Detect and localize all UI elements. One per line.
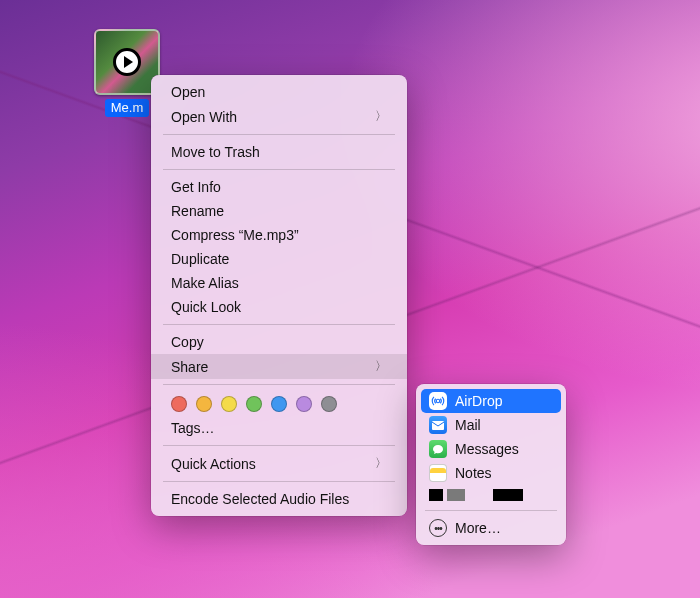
menu-trash-label: Move to Trash — [171, 144, 260, 160]
share-submenu: AirDrop Mail Messages Notes ••• More… — [416, 384, 566, 545]
mail-icon — [429, 416, 447, 434]
menu-open-label: Open — [171, 84, 205, 100]
context-menu: Open Open With〉 Move to Trash Get Info R… — [151, 75, 407, 516]
chevron-right-icon: 〉 — [375, 358, 387, 375]
menu-share[interactable]: Share〉 — [151, 354, 407, 379]
tag-dot-blue[interactable] — [271, 396, 287, 412]
tag-color-row — [151, 390, 407, 416]
tag-dot-red[interactable] — [171, 396, 187, 412]
menu-share-label: Share — [171, 359, 208, 375]
tag-dot-purple[interactable] — [296, 396, 312, 412]
menu-separator — [163, 134, 395, 135]
tag-dot-green[interactable] — [246, 396, 262, 412]
ellipsis-icon: ••• — [429, 519, 447, 537]
airdrop-icon — [429, 392, 447, 410]
svg-point-0 — [436, 399, 440, 403]
submenu-separator — [425, 510, 557, 511]
menu-rename[interactable]: Rename — [151, 199, 407, 223]
tag-dot-gray[interactable] — [321, 396, 337, 412]
messages-icon — [429, 440, 447, 458]
menu-separator — [163, 384, 395, 385]
menu-tags-label: Tags… — [171, 420, 215, 436]
share-more-label: More… — [455, 520, 501, 536]
menu-separator — [163, 324, 395, 325]
chevron-right-icon: 〉 — [375, 455, 387, 472]
menu-quick-look-label: Quick Look — [171, 299, 241, 315]
menu-trash[interactable]: Move to Trash — [151, 140, 407, 164]
menu-quick-actions-label: Quick Actions — [171, 456, 256, 472]
share-messages[interactable]: Messages — [421, 437, 561, 461]
menu-compress[interactable]: Compress “Me.mp3” — [151, 223, 407, 247]
menu-duplicate[interactable]: Duplicate — [151, 247, 407, 271]
menu-make-alias-label: Make Alias — [171, 275, 239, 291]
menu-quick-look[interactable]: Quick Look — [151, 295, 407, 319]
menu-tags[interactable]: Tags… — [151, 416, 407, 440]
menu-copy[interactable]: Copy — [151, 330, 407, 354]
share-messages-label: Messages — [455, 441, 519, 457]
share-more[interactable]: ••• More… — [421, 516, 561, 540]
share-redacted-item[interactable] — [421, 485, 561, 505]
menu-quick-actions[interactable]: Quick Actions〉 — [151, 451, 407, 476]
menu-copy-label: Copy — [171, 334, 204, 350]
share-notes[interactable]: Notes — [421, 461, 561, 485]
menu-encode[interactable]: Encode Selected Audio Files — [151, 487, 407, 511]
file-label: Me.m — [105, 99, 150, 117]
menu-compress-label: Compress “Me.mp3” — [171, 227, 299, 243]
share-airdrop[interactable]: AirDrop — [421, 389, 561, 413]
menu-separator — [163, 445, 395, 446]
menu-open-with[interactable]: Open With〉 — [151, 104, 407, 129]
menu-rename-label: Rename — [171, 203, 224, 219]
menu-encode-label: Encode Selected Audio Files — [171, 491, 349, 507]
play-icon — [113, 48, 141, 76]
menu-open-with-label: Open With — [171, 109, 237, 125]
tag-dot-orange[interactable] — [196, 396, 212, 412]
chevron-right-icon: 〉 — [375, 108, 387, 125]
menu-get-info-label: Get Info — [171, 179, 221, 195]
notes-icon — [429, 464, 447, 482]
menu-separator — [163, 481, 395, 482]
menu-open[interactable]: Open — [151, 80, 407, 104]
share-mail-label: Mail — [455, 417, 481, 433]
share-airdrop-label: AirDrop — [455, 393, 502, 409]
menu-make-alias[interactable]: Make Alias — [151, 271, 407, 295]
share-mail[interactable]: Mail — [421, 413, 561, 437]
tag-dot-yellow[interactable] — [221, 396, 237, 412]
menu-get-info[interactable]: Get Info — [151, 175, 407, 199]
share-notes-label: Notes — [455, 465, 492, 481]
menu-duplicate-label: Duplicate — [171, 251, 229, 267]
menu-separator — [163, 169, 395, 170]
